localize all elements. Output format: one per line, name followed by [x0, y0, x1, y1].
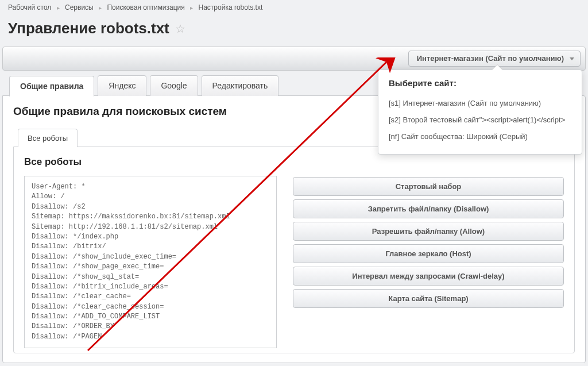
- breadcrumb-item[interactable]: Сервисы: [65, 3, 94, 11]
- starter-set-button[interactable]: Стартовый набор: [293, 177, 564, 196]
- robots-txt-textarea[interactable]: User-Agent: * Allow: / Disallow: /s2 Sit…: [24, 176, 277, 348]
- dropdown-option[interactable]: [nf] Сайт сообщества: Широкий (Серый): [389, 128, 571, 145]
- inner-panel: Все роботы User-Agent: * Allow: / Disall…: [13, 147, 575, 353]
- dropdown-option[interactable]: [s1] Интернет-магазин (Сайт по умолчанию…: [389, 95, 571, 111]
- tab-yandex[interactable]: Яндекс: [98, 75, 146, 96]
- host-button[interactable]: Главное зеркало (Host): [293, 244, 564, 263]
- page-title-wrap: Управление robots.txt ☆: [0, 15, 588, 47]
- allow-button[interactable]: Разрешить файл/папку (Allow): [293, 222, 564, 241]
- caret-down-icon: [570, 57, 574, 60]
- breadcrumb-item[interactable]: Поисковая оптимизация: [107, 3, 184, 11]
- tab-general-rules[interactable]: Общие правила: [9, 76, 94, 97]
- site-selector-button[interactable]: Интернет-магазин (Сайт по умолчанию): [408, 51, 581, 67]
- crawl-delay-button[interactable]: Интервал между запросами (Crawl-delay): [293, 267, 564, 286]
- sitemap-button[interactable]: Карта сайта (Sitemap): [293, 289, 564, 308]
- dropdown-title: Выберите сайт:: [389, 78, 571, 88]
- site-selector-label: Интернет-магазин (Сайт по умолчанию): [417, 54, 564, 63]
- chevron-right-icon: ▸: [95, 5, 105, 11]
- disallow-button[interactable]: Запретить файл/папку (Disallow): [293, 199, 564, 218]
- dropdown-option[interactable]: [s2] Второй тестовый сайт"><script>alert…: [389, 111, 571, 128]
- chevron-right-icon: ▸: [187, 5, 196, 11]
- tab-edit[interactable]: Редактировать: [202, 75, 279, 96]
- site-dropdown-panel: Выберите сайт: [s1] Интернет-магазин (Са…: [378, 70, 582, 155]
- star-icon[interactable]: ☆: [175, 22, 185, 36]
- chevron-right-icon: ▸: [53, 5, 63, 11]
- breadcrumb-item[interactable]: Настройка robots.txt: [199, 3, 263, 11]
- content-row: User-Agent: * Allow: / Disallow: /s2 Sit…: [24, 176, 564, 348]
- breadcrumb-item[interactable]: Рабочий стол: [8, 3, 51, 11]
- tab-google[interactable]: Google: [150, 75, 198, 96]
- tab-all-robots[interactable]: Все роботы: [18, 129, 78, 147]
- breadcrumb: Рабочий стол ▸ Сервисы ▸ Поисковая оптим…: [0, 0, 588, 15]
- page-title: Управление robots.txt: [8, 20, 169, 37]
- inner-heading: Все роботы: [24, 156, 564, 168]
- action-buttons-column: Стартовый набор Запретить файл/папку (Di…: [293, 176, 564, 308]
